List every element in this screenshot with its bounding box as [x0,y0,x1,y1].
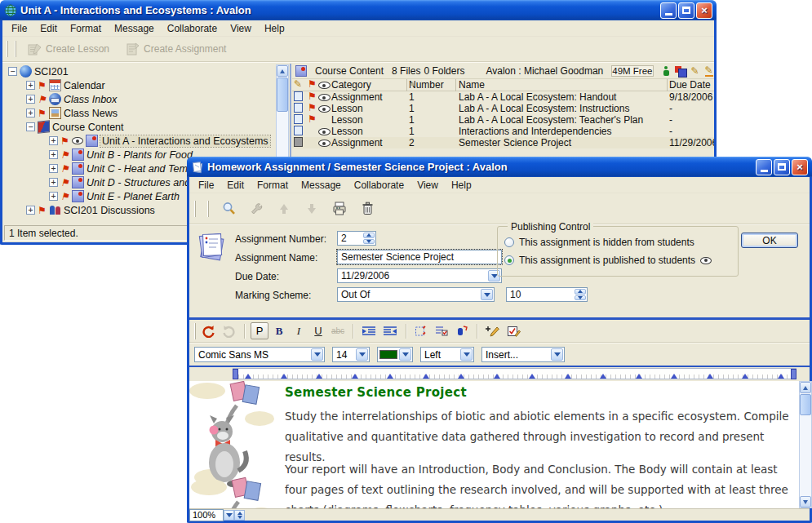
dropdown-chevron-icon[interactable] [311,348,323,361]
zoom-dropdown-chevron-icon[interactable] [224,510,234,521]
toolbar-grip[interactable] [207,201,209,217]
signature-pen-icon[interactable]: ✎ [705,65,713,77]
menu-collaborate[interactable]: Collaborate [161,21,224,36]
font-family-select[interactable]: Comic Sans MS [194,347,325,362]
radio-on-icon[interactable] [504,255,514,265]
ruler[interactable] [233,368,796,379]
expand-icon[interactable]: + [26,206,35,215]
table-row[interactable]: ⚑ Lesson 1 Lab A - A Local Ecosystem: Te… [292,114,714,126]
scroll-up-icon[interactable] [800,382,811,393]
menu-file[interactable]: File [192,178,220,193]
maximize-button[interactable] [774,159,790,175]
list-check-button[interactable] [433,322,451,339]
eye-column-icon[interactable] [318,82,331,89]
dropdown-chevron-icon[interactable] [356,348,368,361]
editor-scrollbar[interactable] [799,381,812,508]
expand-icon[interactable]: + [26,95,35,104]
dropdown-chevron-icon[interactable] [481,289,493,300]
collapse-icon[interactable]: − [26,122,35,131]
menu-file[interactable]: File [5,21,33,36]
tree-item-class-inbox[interactable]: + ⚑ Class Inbox [6,92,275,106]
next-button[interactable] [302,199,322,219]
column-number[interactable]: Number ▲ [409,79,456,91]
outdent-button[interactable] [380,322,400,339]
indent-button[interactable] [359,322,379,339]
layers-icon[interactable] [675,66,686,76]
edit-column-icon[interactable]: ✎ [294,79,306,89]
rich-text-editor[interactable]: Semester Science Project Study the inter… [189,381,799,508]
font-size-select[interactable]: 14 [332,347,370,362]
table-row-selected[interactable]: Assignment 2 Semester Science Project 11… [292,137,714,148]
menu-collaborate[interactable]: Collaborate [348,178,410,193]
dropdown-chevron-icon[interactable] [460,348,473,361]
scroll-down-icon[interactable] [800,496,811,507]
expand-icon[interactable]: + [49,178,58,187]
dropdown-chevron-icon[interactable] [551,348,563,361]
search-button[interactable] [219,199,238,219]
menu-format[interactable]: Format [251,178,295,193]
menu-message[interactable]: Message [295,178,348,193]
underline-button[interactable]: U [309,322,327,339]
due-date-select[interactable]: 11/29/2006 [337,268,502,283]
delete-button[interactable] [357,199,377,219]
hidden-option[interactable]: This assignment is hidden from students [504,237,694,248]
minimize-button[interactable] [756,159,772,175]
titlebar[interactable]: Unit A - Interactions and Ecosystems : A… [0,0,717,20]
menu-view[interactable]: View [410,178,445,193]
select-checked-button[interactable] [412,322,431,339]
expand-icon[interactable]: + [26,109,35,117]
stepper-buttons[interactable] [575,289,586,300]
marking-amount-stepper[interactable]: 10 [506,287,588,302]
toolbar-grip[interactable] [194,323,196,339]
marking-scheme-select[interactable]: Out Of [337,287,495,302]
stepper-buttons[interactable] [363,233,375,244]
zoom-select[interactable]: 100% [189,509,224,521]
close-button[interactable]: × [696,2,712,19]
plain-style-button[interactable]: P [251,322,268,339]
signature-button[interactable] [483,322,503,339]
previous-button[interactable] [274,199,294,219]
tools-button[interactable] [246,199,266,219]
toolbar-grip[interactable] [194,201,196,217]
user-icon[interactable] [663,66,669,76]
menu-help[interactable]: Help [258,21,291,36]
collapse-icon[interactable]: − [8,67,17,76]
expand-icon[interactable]: + [49,164,58,173]
maximize-button[interactable] [678,2,694,19]
table-row[interactable]: ⚑ Lesson 1 Lab A - A Local Ecosystem: In… [292,103,714,114]
table-row[interactable]: ⚑ Assignment 1 Lab A - A Local Ecosystem… [292,91,714,103]
redo-button[interactable] [220,322,238,339]
print-button[interactable] [330,199,349,219]
expand-icon[interactable]: + [26,81,35,90]
menu-edit[interactable]: Edit [220,178,251,193]
scroll-thumb[interactable] [800,394,811,415]
published-option[interactable]: This assignment is published to students [504,255,712,266]
alignment-select[interactable]: Left [420,347,474,362]
expand-icon[interactable]: + [49,192,58,201]
scroll-thumb[interactable] [277,78,288,112]
column-due-date[interactable]: Due Date [669,79,714,91]
zoom-stepper[interactable] [234,510,245,521]
italic-button[interactable]: I [290,322,308,339]
form-edit-button[interactable] [504,322,523,339]
assignment-number-stepper[interactable]: 2 [337,231,376,246]
radio-off-icon[interactable] [504,237,514,247]
toolbar-grip[interactable] [15,41,16,57]
right-margin-marker[interactable] [791,369,796,379]
flag-column-icon[interactable]: ⚑ [308,79,317,89]
expand-icon[interactable]: + [49,136,58,145]
column-category[interactable]: Category [331,79,407,91]
dropdown-chevron-icon[interactable] [399,348,411,361]
create-lesson-button[interactable]: Create Lesson [21,42,116,55]
assignment-name-input[interactable]: Semester Science Project [337,250,502,264]
left-margin-marker[interactable] [233,369,238,379]
tree-item-unit-a[interactable]: + ⚑ Unit A - Interactions and Ecosystems [6,134,275,148]
bold-button[interactable]: B [270,322,288,339]
numbering-button[interactable] [453,322,471,339]
menu-message[interactable]: Message [108,21,161,36]
titlebar[interactable]: Homework Assignment / Semester Science P… [187,157,812,177]
minimize-button[interactable] [660,2,677,19]
column-name[interactable]: Name [459,79,668,91]
tree-item-course-content[interactable]: − Course Content [6,120,275,134]
font-color-select[interactable] [377,347,413,362]
